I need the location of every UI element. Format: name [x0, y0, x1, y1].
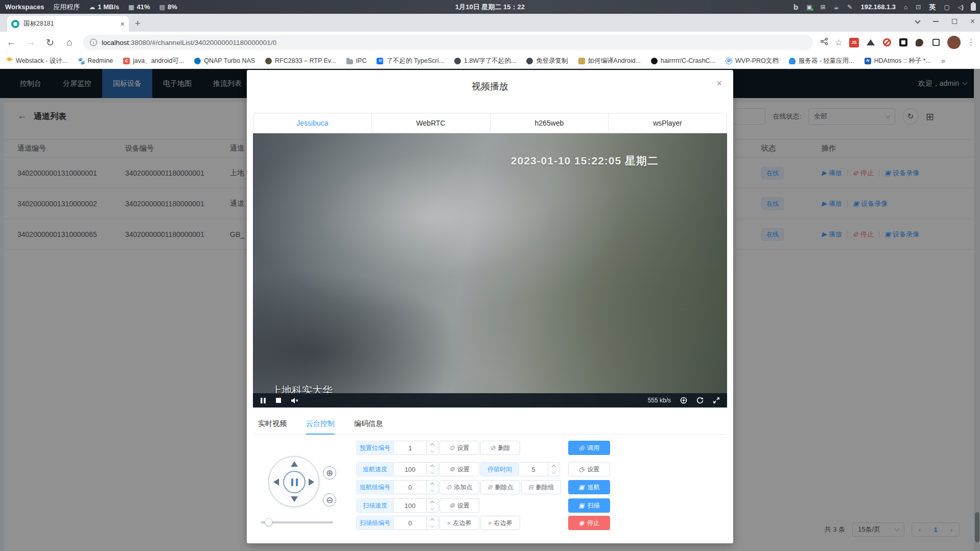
- subtab-ptz-control[interactable]: 云台控制: [306, 415, 335, 435]
- screenshot-extension-icon[interactable]: [898, 38, 908, 47]
- display-tray-icon[interactable]: ▢: [944, 4, 949, 11]
- slider-handle[interactable]: [265, 518, 272, 526]
- subtab-live-video[interactable]: 实时视频: [258, 415, 287, 435]
- cruise-speed-input[interactable]: 100: [394, 462, 427, 476]
- cruise-speed-set-button[interactable]: ⚙设置: [439, 462, 479, 476]
- bookmark-item[interactable]: ΦWVP-PRO文档: [726, 57, 779, 65]
- ptz-up-icon[interactable]: [291, 461, 298, 467]
- browser-tab[interactable]: 国标28181 ×: [7, 16, 129, 32]
- window-maximize-button[interactable]: [952, 19, 957, 24]
- mute-icon[interactable]: [291, 397, 299, 404]
- ptz-right-icon[interactable]: [309, 478, 314, 486]
- left-boundary-button[interactable]: «左边界: [439, 516, 479, 530]
- volume-icon[interactable]: ◁): [958, 4, 963, 11]
- preset-stepper[interactable]: [427, 441, 438, 455]
- stay-time-set-button[interactable]: ◷设置: [568, 462, 610, 476]
- scan-speed-set-button[interactable]: ⚙设置: [439, 498, 479, 513]
- scan-group-stepper[interactable]: [427, 516, 438, 530]
- cruise-speed-stepper[interactable]: [427, 462, 438, 476]
- tool-tray-icon[interactable]: ✎: [847, 4, 852, 11]
- preset-call-button[interactable]: ◎调用: [568, 441, 610, 455]
- delete-point-button[interactable]: ⊘删除点: [480, 480, 520, 494]
- clock[interactable]: 1月10日 星期二 15：22: [455, 3, 525, 12]
- bookmark-item[interactable]: 🐾Redmine: [78, 57, 113, 64]
- cruise-group-input[interactable]: 0: [394, 480, 427, 494]
- ip-address[interactable]: 192.168.1.3: [860, 3, 896, 11]
- ptz-stop-button[interactable]: ◉停止: [568, 516, 610, 530]
- bookmark-item[interactable]: IPC: [346, 57, 367, 64]
- frame-extension-icon[interactable]: [931, 38, 941, 47]
- zoom-in-icon[interactable]: ⊕: [323, 466, 336, 480]
- cup-tray-icon[interactable]: ☕: [834, 4, 839, 11]
- video-player[interactable]: 2023-01-10 15:22:05 星期二 上地科实大华 555 kb/s: [253, 133, 727, 408]
- clipboard-tray-icon[interactable]: ⊞: [821, 4, 826, 11]
- zoom-out-icon[interactable]: ⊖: [323, 493, 336, 507]
- right-boundary-button[interactable]: »右边界: [480, 516, 520, 530]
- window-close-button[interactable]: ×: [970, 17, 975, 26]
- bookmark-item[interactable]: 知了不起的 TypeScri...: [377, 57, 444, 65]
- subtab-codec-info[interactable]: 编码信息: [354, 415, 383, 435]
- add-point-button[interactable]: ⊙添加点: [439, 480, 479, 494]
- ime-indicator[interactable]: 英: [929, 3, 936, 12]
- tab-webrtc[interactable]: WebRTC: [371, 113, 491, 133]
- tab-search-icon[interactable]: [915, 18, 920, 23]
- stepper-down-icon[interactable]: [427, 487, 438, 494]
- window-minimize-button[interactable]: [933, 21, 939, 22]
- pin-extension-icon[interactable]: [915, 38, 924, 47]
- cruise-start-button[interactable]: ▣巡航: [568, 480, 610, 494]
- bookmarks-overflow-icon[interactable]: »: [941, 57, 945, 65]
- scan-group-input[interactable]: 0: [394, 516, 427, 530]
- reload-icon[interactable]: ↻: [44, 37, 56, 49]
- bing-tray-icon[interactable]: b: [794, 3, 798, 11]
- bookmark-item[interactable]: hairrrrr/C-CrashC...: [651, 57, 715, 64]
- js-extension-icon[interactable]: JS: [849, 38, 859, 47]
- tab-wsplayer[interactable]: wsPlayer: [608, 113, 727, 133]
- stepper-down-icon[interactable]: [427, 469, 438, 476]
- bookmark-star-icon[interactable]: ☆: [835, 37, 843, 48]
- tab-h265web[interactable]: h265web: [490, 113, 609, 133]
- bookmark-item[interactable]: NHDAtmos :: 种子 *...: [865, 57, 931, 65]
- new-tab-button[interactable]: +: [135, 18, 141, 29]
- bookmark-item[interactable]: 1.8W字了不起的...: [454, 57, 516, 65]
- stay-time-stepper[interactable]: [548, 462, 560, 476]
- url-bar[interactable]: i localhost:38080/#/channelList/34020000…: [83, 35, 813, 50]
- ptz-speed-slider[interactable]: [261, 521, 333, 523]
- stepper-up-icon[interactable]: [427, 481, 438, 487]
- ptz-down-icon[interactable]: [291, 496, 298, 502]
- fullscreen-icon[interactable]: [713, 397, 720, 404]
- stepper-up-icon[interactable]: [548, 463, 559, 469]
- home-tray-icon[interactable]: ⌂: [904, 4, 907, 11]
- ptz-direction-pad[interactable]: [268, 456, 319, 507]
- scan-start-button[interactable]: ▣扫描: [568, 498, 610, 513]
- blocker-extension-icon[interactable]: [882, 38, 892, 47]
- bookmark-item[interactable]: 服务器 - 轻量应用...: [789, 57, 854, 65]
- tab-close-icon[interactable]: ×: [120, 20, 125, 28]
- back-icon[interactable]: ←: [5, 37, 17, 48]
- forward-icon[interactable]: →: [25, 37, 37, 48]
- hat-extension-icon[interactable]: [866, 38, 875, 47]
- preset-number-input[interactable]: 1: [394, 441, 427, 455]
- bookmark-item[interactable]: 免登录复制: [526, 57, 568, 65]
- bookmark-item[interactable]: Webstack - 设计...: [6, 57, 67, 65]
- browser-home-icon[interactable]: ⌂: [63, 37, 76, 48]
- tab-jessibuca[interactable]: Jessibuca: [253, 113, 372, 133]
- stepper-down-icon[interactable]: [427, 523, 438, 530]
- stepper-up-icon[interactable]: [427, 516, 438, 523]
- bookmark-item[interactable]: QNAP Turbo NAS: [194, 57, 255, 64]
- site-info-icon[interactable]: i: [90, 39, 97, 46]
- preset-delete-button[interactable]: ⊘删除: [480, 441, 520, 455]
- workspaces-button[interactable]: Workspaces: [5, 3, 44, 11]
- stepper-down-icon[interactable]: [427, 448, 438, 454]
- stop-playback-button[interactable]: [275, 397, 282, 403]
- scan-speed-stepper[interactable]: [427, 498, 438, 513]
- performance-icon[interactable]: [680, 397, 687, 404]
- stepper-down-icon[interactable]: [548, 469, 559, 476]
- profile-avatar[interactable]: [947, 36, 961, 49]
- stepper-down-icon[interactable]: [427, 506, 438, 512]
- browser-menu-icon[interactable]: ⋮: [967, 38, 975, 47]
- windows-tray-icon[interactable]: ⊡: [916, 4, 921, 11]
- bookmark-item[interactable]: RFC2833 – RTP Ev...: [265, 57, 336, 64]
- notes-tray-icon[interactable]: ▣: [806, 4, 812, 11]
- scan-speed-input[interactable]: 100: [394, 498, 427, 513]
- ptz-left-icon[interactable]: [273, 478, 279, 486]
